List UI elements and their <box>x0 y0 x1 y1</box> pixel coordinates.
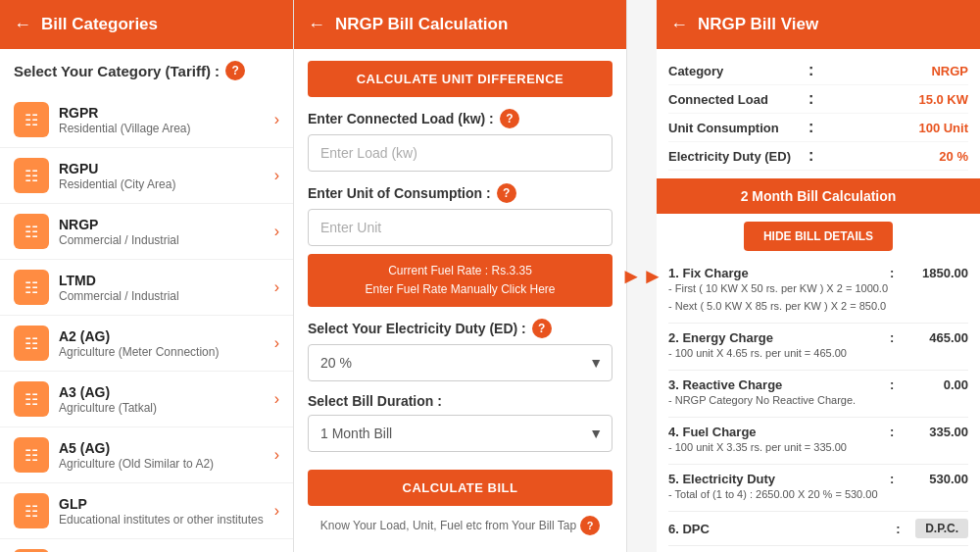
ed-help-icon[interactable]: ? <box>532 319 552 338</box>
calc-body: CALCULATE UNIT DIFFERENCE Enter Connecte… <box>294 49 626 552</box>
cat-icon-ltmd: ☷ <box>14 270 49 305</box>
duration-select[interactable]: 1 Month Bill 2 Month Bill <box>308 415 612 452</box>
arrow-right-icon: ►► <box>620 264 663 289</box>
charge-sub: - NRGP Category No Reactive Charge. <box>668 392 968 410</box>
cat-icon-a2ag: ☷ <box>14 326 49 361</box>
cat-sub: Residential (City Area) <box>59 177 274 191</box>
charge-title-1: 2. Energy Charge <box>668 330 890 345</box>
bill-charge-row-3: 4. Fuel Charge : 335.00 - 100 unit X 3.3… <box>668 420 968 462</box>
info-category-value: NRGP <box>828 64 968 78</box>
info-connected-load-label: Connected Load <box>668 92 808 107</box>
bill-detail-section: 1. Fix Charge : 1850.00 - First ( 10 KW … <box>657 259 980 552</box>
unit-input[interactable] <box>308 209 612 246</box>
duration-label: Select Bill Duration : <box>308 393 612 409</box>
charge-value-3: 335.00 <box>909 425 968 439</box>
panel2-title: NRGP Bill Calculation <box>335 15 508 34</box>
panel1-back-arrow[interactable]: ← <box>14 15 31 35</box>
charge-sub: - 100 unit X 4.65 rs. per unit = 465.00 <box>668 345 968 363</box>
category-item-glpsl[interactable]: ☷ GLP.SL Street Light Private › <box>0 539 293 552</box>
panel-nrgp-calc: ← NRGP Bill Calculation CALCULATE UNIT D… <box>294 0 627 552</box>
category-item-glp[interactable]: ☷ GLP Educational institutes or other in… <box>0 483 293 539</box>
fuel-rate-line2: Enter Fuel Rate Manually Click Here <box>319 280 601 299</box>
hide-bill-details-button[interactable]: HIDE BILL DETAILS <box>744 222 893 251</box>
cat-name: A5 (AG) <box>59 440 274 456</box>
cat-chevron-icon: › <box>274 334 279 352</box>
know-load-help-icon[interactable]: ? <box>580 516 600 535</box>
category-item-rgpu[interactable]: ☷ RGPU Residential (City Area) › <box>0 148 293 204</box>
charge-sub: - Total of (1 to 4) : 2650.00 X 20 % = 5… <box>668 486 968 504</box>
info-unit-consumption-label: Unit Consumption <box>668 121 808 135</box>
cat-name: NRGP <box>59 217 274 232</box>
panel-nrgp-view: ← NRGP Bill View Category : NRGP Connect… <box>657 0 980 552</box>
cat-name: LTMD <box>59 273 274 288</box>
bill-charge-row-2: 3. Reactive Charge : 0.00 - NRGP Categor… <box>668 373 968 415</box>
charge-title-4: 5. Electricity Duty <box>668 472 890 486</box>
cat-chevron-icon: › <box>274 111 279 128</box>
charge-title-5: 6. DPC <box>668 522 896 536</box>
duration-select-wrapper: 1 Month Bill 2 Month Bill ▼ <box>308 415 612 452</box>
cat-chevron-icon: › <box>274 502 279 520</box>
cat-sub: Agriculture (Meter Connection) <box>59 345 274 359</box>
category-item-ltmd[interactable]: ☷ LTMD Commercial / Industrial › <box>0 260 293 316</box>
bill-charge-row-5: 6. DPC : D.P.C. <box>668 514 968 543</box>
cat-name: GLP <box>59 496 274 512</box>
bill-divider-2 <box>668 417 968 418</box>
category-item-nrgp[interactable]: ☷ NRGP Commercial / Industrial › <box>0 204 293 260</box>
subtitle-help-icon[interactable]: ? <box>225 61 245 80</box>
charge-value-2: 0.00 <box>909 377 968 392</box>
unit-help-icon[interactable]: ? <box>497 183 516 203</box>
ed-select[interactable]: 20 % 10 % 15 % <box>308 344 612 381</box>
charge-value-0: 1850.00 <box>909 266 968 280</box>
category-list: ☷ RGPR Residential (Village Area) › ☷ RG… <box>0 92 293 552</box>
category-item-a3ag[interactable]: ☷ A3 (AG) Agriculture (Tatkal) › <box>0 372 293 427</box>
fuel-rate-box[interactable]: Current Fuel Rate : Rs.3.35 Enter Fuel R… <box>308 254 612 307</box>
charge-title-0: 1. Fix Charge <box>668 266 890 280</box>
panel3-header: ← NRGP Bill View <box>657 0 980 49</box>
info-unit-consumption-row: Unit Consumption : 100 Unit <box>668 114 968 142</box>
cat-chevron-icon: › <box>274 223 279 240</box>
cat-sub: Commercial / Industrial <box>59 289 274 303</box>
bill-divider-3 <box>668 464 968 465</box>
charge-sub: - Next ( 5.0 KW X 85 rs. per KW ) X 2 = … <box>668 298 968 316</box>
ed-select-wrapper: 20 % 10 % 15 % ▼ <box>308 344 612 381</box>
charge-value-4: 530.00 <box>909 472 968 486</box>
load-input[interactable] <box>308 134 612 172</box>
info-connected-load-value: 15.0 KW <box>828 92 968 107</box>
category-item-rgpr[interactable]: ☷ RGPR Residential (Village Area) › <box>0 92 293 148</box>
arrow-separator-1: ►► <box>627 0 657 552</box>
cat-icon-nrgp: ☷ <box>14 214 49 249</box>
bill-charge-row-1: 2. Energy Charge : 465.00 - 100 unit X 4… <box>668 326 968 368</box>
load-label: Enter Connected Load (kw) : ? <box>308 109 612 128</box>
unit-label: Enter Unit of Consumption : ? <box>308 183 612 203</box>
category-item-a5ag[interactable]: ☷ A5 (AG) Agriculture (Old Similar to A2… <box>0 427 293 483</box>
fuel-rate-line1: Current Fuel Rate : Rs.3.35 <box>319 262 601 280</box>
cat-icon-a5ag: ☷ <box>14 437 49 473</box>
know-load-text[interactable]: Know Your Load, Unit, Fuel etc from Your… <box>308 516 612 535</box>
charge-title-2: 3. Reactive Charge <box>668 377 890 392</box>
cat-icon-rgpr: ☷ <box>14 102 49 137</box>
panel3-title: NRGP Bill View <box>698 15 818 34</box>
bill-divider-1 <box>668 370 968 371</box>
calc-unit-diff-button[interactable]: CALCULATE UNIT DIFFERENCE <box>308 61 612 97</box>
info-ed-value: 20 % <box>828 149 968 164</box>
panel1-title: Bill Categories <box>41 15 158 34</box>
panel3-back-arrow[interactable]: ← <box>670 15 688 35</box>
category-item-a2ag[interactable]: ☷ A2 (AG) Agriculture (Meter Connection)… <box>0 316 293 372</box>
cat-name: RGPR <box>59 105 274 121</box>
info-connected-load-row: Connected Load : 15.0 KW <box>668 85 968 114</box>
load-help-icon[interactable]: ? <box>500 109 519 128</box>
cat-name: A3 (AG) <box>59 384 274 400</box>
cat-chevron-icon: › <box>274 167 279 184</box>
info-unit-consumption-value: 100 Unit <box>828 121 968 135</box>
bill-divider-0 <box>668 323 968 324</box>
calc-bill-button[interactable]: CALCULATE BILL <box>308 470 612 506</box>
panel2-back-arrow[interactable]: ← <box>308 15 325 35</box>
cat-name: RGPU <box>59 161 274 176</box>
cat-chevron-icon: › <box>274 446 279 464</box>
bill-divider-4 <box>668 511 968 512</box>
info-category-row: Category : NRGP <box>668 57 968 85</box>
dpc-value: D.P.C. <box>915 519 968 538</box>
ed-label: Select Your Electricity Duty (ED) : ? <box>308 319 612 338</box>
cat-icon-glp: ☷ <box>14 493 49 528</box>
info-category-label: Category <box>668 64 808 78</box>
